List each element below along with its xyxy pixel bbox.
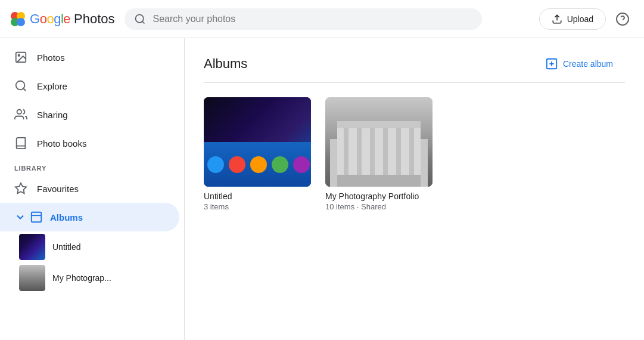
google-photos-logo[interactable]: Google Photos [10,11,115,27]
photo-books-label: Photo books [37,138,86,149]
album-name-portfolio: My Photography Portfolio [325,191,433,201]
svg-point-11 [16,81,25,90]
help-icon [615,12,630,26]
header: Google Photos Upload [0,0,644,38]
sharing-label: Sharing [37,110,68,120]
search-icon [134,13,146,25]
untitled-sub-label: Untitled [52,242,80,252]
svg-point-3 [17,18,25,26]
sidebar-item-sharing[interactable]: Sharing [0,100,179,129]
album-card-portfolio[interactable]: My Photography Portfolio 10 items · Shar… [325,97,433,211]
svg-point-13 [17,110,21,114]
upload-icon [552,14,562,24]
sidebar: Photos Explore Sharing Photo books [0,38,185,340]
main-layout: Photos Explore Sharing Photo books [0,38,644,340]
album-thumb-portfolio [325,97,433,187]
library-label: LIBRARY [0,157,184,174]
sidebar-subitem-my-photography[interactable]: My Photograp... [0,262,184,293]
sidebar-item-explore[interactable]: Explore [0,72,179,100]
create-album-icon [545,57,558,70]
photos-label: Photos [37,52,65,63]
svg-marker-14 [15,183,26,193]
logo-icon [10,11,26,27]
album-name-untitled: Untitled [204,191,311,201]
upload-button[interactable]: Upload [539,8,606,30]
create-album-label: Create album [563,59,613,69]
people-icon [14,108,27,121]
svg-rect-15 [32,212,42,222]
albums-grid: 16° Untitled 3 items [204,97,625,211]
sidebar-item-favourites[interactable]: Favourites [0,174,179,203]
sidebar-item-albums[interactable]: Albums [0,203,179,231]
favourites-label: Favourites [37,184,79,194]
logo-photos-text: Photos [74,11,115,27]
sidebar-subitem-untitled[interactable]: Untitled [0,231,184,262]
album-meta-portfolio: 10 items · Shared [325,202,433,211]
star-icon [14,182,27,195]
my-photography-thumb [19,265,45,291]
search-bar[interactable] [125,8,482,30]
album-icon [30,211,43,224]
content-header: Albums Create album [204,52,625,83]
chevron-down-icon [14,211,26,223]
explore-icon [14,79,27,92]
image-icon [14,51,27,64]
svg-line-12 [23,88,26,91]
page-title: Albums [204,56,247,72]
header-actions: Upload [539,7,634,31]
svg-point-10 [18,54,20,56]
album-thumb-untitled: 16° [204,97,311,187]
shared-badge: Shared [361,202,386,211]
svg-point-4 [135,14,143,22]
album-card-untitled[interactable]: 16° Untitled 3 items [204,97,311,211]
svg-line-5 [142,21,144,23]
albums-label: Albums [50,212,83,222]
explore-label: Explore [37,81,67,91]
book-icon [14,137,27,150]
upload-label: Upload [567,14,593,24]
help-button[interactable] [611,7,634,31]
my-photography-sub-label: My Photograp... [52,273,111,283]
sidebar-item-photo-books[interactable]: Photo books [0,129,179,157]
create-album-button[interactable]: Create album [533,52,625,75]
album-meta-untitled: 3 items [204,202,311,211]
content-area: Albums Create album 16° [185,38,644,340]
logo-google-text: Google [30,11,70,27]
search-input[interactable] [153,14,472,24]
sidebar-item-photos[interactable]: Photos [0,43,179,72]
untitled-thumb [19,234,45,260]
